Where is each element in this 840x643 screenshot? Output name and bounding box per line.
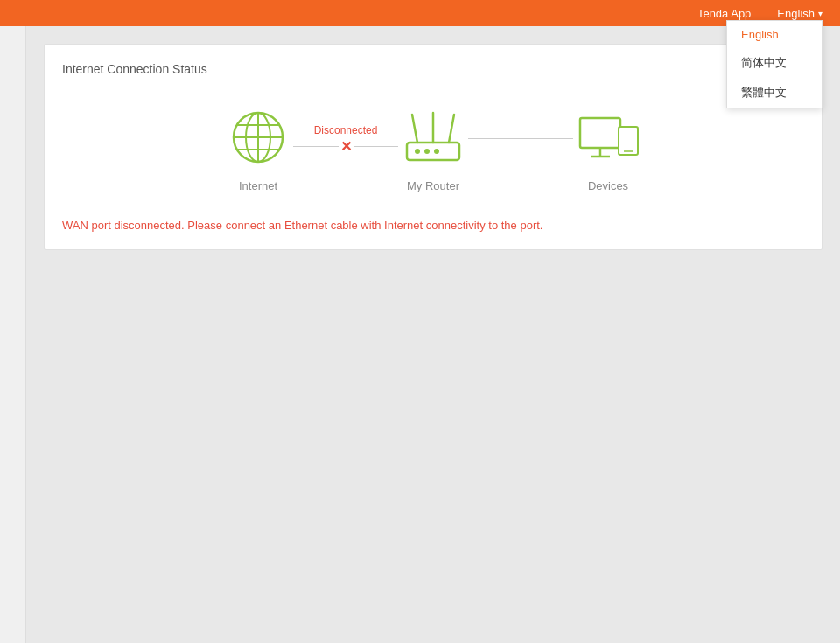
error-message: WAN port disconnected. Please connect an…	[62, 219, 804, 232]
sidebar	[0, 26, 26, 643]
disconnected-line: ✕	[293, 140, 398, 154]
internet-item: Internet	[223, 102, 293, 192]
line-left	[293, 146, 339, 147]
router-icon	[398, 102, 468, 172]
language-dropdown-wrapper: English English 简体中文 繁體中文	[777, 7, 822, 20]
router-item: My Router	[398, 102, 468, 192]
tenda-app-link[interactable]: Tenda App	[697, 7, 751, 20]
connection-diagram: Internet Disconnected ✕	[62, 94, 804, 201]
svg-rect-13	[580, 118, 620, 148]
status-card: Internet Connection Status	[44, 44, 822, 250]
cross-icon: ✕	[340, 140, 352, 154]
svg-point-11	[424, 149, 430, 154]
language-option-english[interactable]: English	[727, 21, 822, 48]
language-option-simplified-chinese[interactable]: 简体中文	[727, 48, 822, 78]
devices-icon	[573, 102, 643, 172]
svg-line-6	[412, 115, 417, 143]
language-option-traditional-chinese[interactable]: 繁體中文	[727, 78, 822, 108]
devices-label: Devices	[588, 179, 628, 192]
devices-item: Devices	[573, 102, 643, 192]
disconnected-text: Disconnected	[314, 124, 378, 136]
svg-point-12	[434, 149, 439, 154]
svg-line-8	[449, 115, 454, 143]
disconnected-line-section: Disconnected ✕	[293, 124, 398, 154]
main-content: Internet Connection Status	[26, 26, 840, 643]
top-navigation: Tenda App English English 简体中文 繁體中文	[0, 0, 840, 26]
language-dropdown-menu: English 简体中文 繁體中文	[726, 20, 822, 108]
internet-icon	[223, 102, 293, 172]
language-button[interactable]: English	[777, 7, 822, 20]
line-right	[354, 146, 399, 147]
card-title: Internet Connection Status	[62, 62, 804, 76]
plain-line	[468, 138, 573, 139]
main-layout: Internet Connection Status	[0, 26, 840, 643]
svg-rect-16	[619, 127, 638, 155]
internet-label: Internet	[239, 179, 277, 192]
router-label: My Router	[407, 179, 459, 192]
svg-point-10	[415, 149, 420, 154]
